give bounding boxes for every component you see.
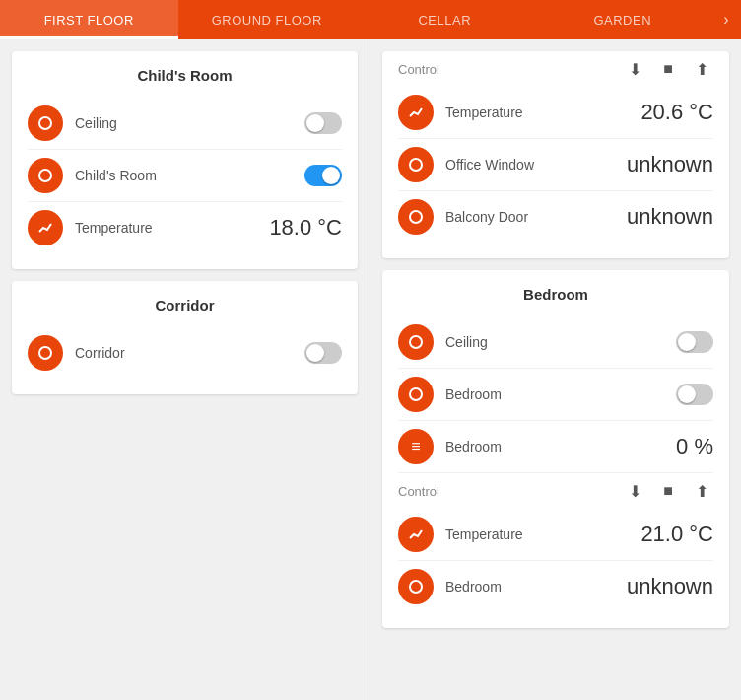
bedroom-title: Bedroom (398, 286, 713, 303)
svg-point-7 (410, 581, 422, 593)
bedroom-card: Bedroom Ceiling Bedroom (382, 270, 729, 628)
tab-cellar[interactable]: CELLAR (356, 0, 534, 39)
childs-room-temp-label: Temperature (75, 220, 269, 236)
table-row: Ceiling (398, 316, 713, 369)
tab-ground-floor[interactable]: GROUND FLOOR (178, 0, 357, 39)
bedroom-switch-label: Bedroom (445, 386, 676, 402)
svg-point-1 (39, 170, 51, 181)
bedroom-status-icon (398, 569, 434, 604)
bedroom-up-btn[interactable]: ⬆ (690, 479, 713, 503)
office-window-value: unknown (627, 152, 713, 177)
office-window-icon (398, 147, 434, 182)
childs-room-temp-icon (28, 210, 63, 245)
right-column: Control ⬇ ■ ⬆ Temperature 20.6 °C (370, 39, 741, 700)
bedroom-status-label: Bedroom (445, 579, 627, 595)
office-control-btns: ⬇ ■ ⬆ (623, 57, 713, 81)
ceiling-toggle[interactable] (304, 112, 342, 134)
office-control-row: Control ⬇ ■ ⬆ (398, 51, 713, 87)
childs-room-card: Child's Room Ceiling Child's Room (12, 51, 358, 269)
office-card: Control ⬇ ■ ⬆ Temperature 20.6 °C (382, 51, 729, 258)
bedroom-control-row: Control ⬇ ■ ⬆ (398, 473, 713, 509)
corridor-icon (28, 335, 63, 371)
table-row: Temperature 21.0 °C (398, 509, 713, 561)
childs-room-toggle[interactable] (304, 165, 342, 186)
childs-room-icon (28, 158, 63, 193)
ceiling-icon (28, 105, 63, 141)
office-down-btn[interactable]: ⬇ (623, 57, 646, 81)
table-row: Bedroom (398, 369, 713, 421)
table-row: Office Window unknown (398, 139, 713, 191)
table-row: Corridor (28, 327, 342, 379)
bedroom-ceiling-icon (398, 324, 434, 360)
bedroom-ceiling-label: Ceiling (445, 334, 676, 350)
bedroom-temp-label: Temperature (445, 526, 640, 542)
office-up-btn[interactable]: ⬆ (690, 57, 713, 81)
bedroom-down-btn[interactable]: ⬇ (623, 479, 646, 503)
ceiling-label: Ceiling (75, 115, 304, 131)
office-stop-btn[interactable]: ■ (656, 57, 680, 81)
nav-next-arrow[interactable]: › (711, 11, 741, 29)
svg-point-2 (39, 347, 51, 359)
balcony-door-value: unknown (627, 204, 713, 230)
table-row: Ceiling (28, 98, 342, 150)
bedroom-switch-toggle[interactable] (676, 384, 713, 405)
left-column: Child's Room Ceiling Child's Room (0, 39, 370, 700)
tab-garden[interactable]: GARDEN (534, 0, 712, 39)
bedroom-blind-icon: ≡ (398, 429, 434, 464)
svg-point-0 (39, 117, 51, 129)
childs-room-title: Child's Room (28, 67, 342, 84)
bedroom-temp-icon (398, 517, 434, 552)
bedroom-stop-btn[interactable]: ■ (656, 479, 680, 503)
svg-point-6 (410, 388, 422, 400)
office-temp-icon (398, 95, 434, 130)
bedroom-control-label: Control (398, 484, 623, 499)
svg-point-5 (410, 336, 422, 348)
office-window-label: Office Window (445, 157, 627, 173)
office-control-label: Control (398, 62, 623, 77)
corridor-card: Corridor Corridor (12, 281, 358, 394)
corridor-title: Corridor (28, 297, 342, 314)
bedroom-temp-value: 21.0 °C (640, 522, 713, 547)
office-temp-label: Temperature (445, 105, 640, 120)
bedroom-blind-value: 0 % (676, 434, 713, 459)
table-row: Balcony Door unknown (398, 191, 713, 243)
svg-point-4 (410, 211, 422, 223)
bedroom-ceiling-toggle[interactable] (676, 331, 713, 353)
bedroom-blind-label: Bedroom (445, 439, 676, 455)
childs-room-switch-label: Child's Room (75, 168, 304, 183)
bedroom-status-value: unknown (627, 574, 713, 599)
table-row: Child's Room (28, 150, 342, 202)
office-temp-value: 20.6 °C (640, 100, 713, 125)
balcony-door-label: Balcony Door (445, 209, 627, 225)
table-row: Bedroom unknown (398, 561, 713, 612)
bedroom-control-btns: ⬇ ■ ⬆ (623, 479, 713, 503)
bedroom-switch-icon (398, 377, 434, 412)
corridor-label: Corridor (75, 345, 304, 361)
nav-tabs: FIRST FLOOR GROUND FLOOR CELLAR GARDEN › (0, 0, 741, 39)
childs-room-temp-value: 18.0 °C (269, 215, 342, 241)
table-row: ≡ Bedroom 0 % (398, 421, 713, 473)
corridor-toggle[interactable] (304, 342, 342, 364)
svg-point-3 (410, 159, 422, 171)
table-row: Temperature 20.6 °C (398, 87, 713, 139)
main-content: Child's Room Ceiling Child's Room (0, 39, 741, 700)
table-row: Temperature 18.0 °C (28, 202, 342, 253)
tab-first-floor[interactable]: FIRST FLOOR (0, 0, 178, 39)
balcony-door-icon (398, 199, 434, 235)
